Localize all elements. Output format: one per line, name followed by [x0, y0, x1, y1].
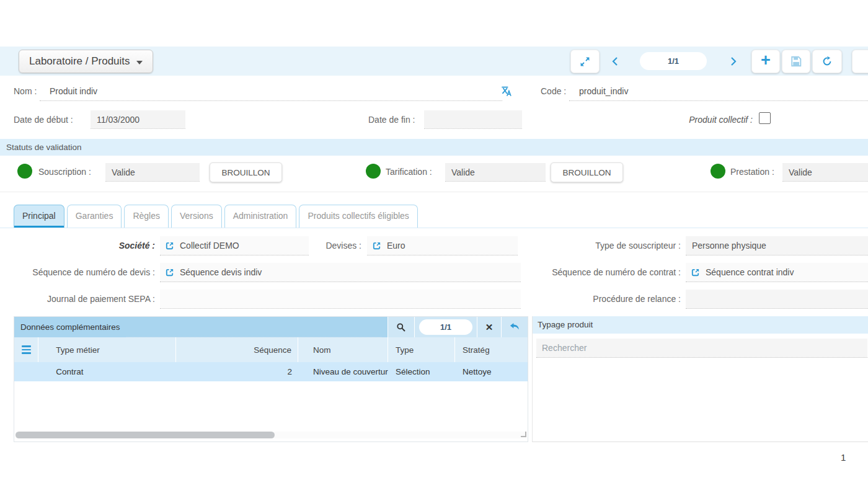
expand-button[interactable]	[570, 50, 600, 73]
save-button[interactable]	[782, 50, 810, 73]
cell-strategie: Nettoye	[455, 362, 528, 381]
col-sequence[interactable]: Séquence	[176, 337, 298, 362]
form-row-2: Séquence de numéro de devis : Séquence d…	[0, 260, 868, 285]
form-row-1: Société : Collectif DEMO Devises : Euro …	[0, 234, 868, 259]
horizontal-scrollbar[interactable]	[16, 432, 526, 438]
close-icon: ✕	[485, 322, 494, 333]
prestation-status-input[interactable]	[782, 163, 868, 182]
col-type-metier[interactable]: Type métier	[38, 337, 176, 362]
seq-contrat-label: Séquence de numéro de contrat :	[533, 260, 681, 284]
societe-value: Collectif DEMO	[180, 241, 239, 251]
tab-versions[interactable]: Versions	[171, 205, 222, 228]
row-handle	[14, 362, 38, 381]
tab-garanties[interactable]: Garanties	[67, 205, 122, 228]
status-dot-prestation	[711, 164, 725, 179]
col-nom[interactable]: Nom	[298, 337, 388, 362]
tarification-brouillon-button[interactable]: BROUILLON	[551, 162, 623, 182]
souscription-brouillon-button[interactable]: BROUILLON	[210, 162, 282, 182]
tab-principal[interactable]: Principal	[14, 205, 64, 228]
donnees-filter-underline	[126, 317, 381, 337]
plus-icon: +	[761, 52, 771, 69]
status-dot-souscription	[17, 164, 32, 179]
toolbar: Laboratoire / Produits 1/1 +	[0, 47, 868, 76]
code-input[interactable]	[569, 82, 868, 101]
devises-field[interactable]: Euro	[367, 236, 518, 255]
date-debut-label: Date de début :	[14, 107, 73, 133]
hamburger-icon	[22, 345, 31, 354]
form-row-3: Journal de paiement SEPA : Procédure de …	[0, 287, 868, 312]
souscription-status-input[interactable]	[105, 163, 200, 182]
tab-produits-collectifs[interactable]: Produits collectifs éligibles	[299, 205, 417, 228]
societe-field[interactable]: Collectif DEMO	[160, 236, 309, 255]
search-icon	[396, 322, 406, 332]
refresh-button[interactable]	[812, 50, 842, 73]
refresh-icon	[822, 56, 833, 67]
tab-administration[interactable]: Administration	[224, 205, 297, 228]
donnees-pager-wrap: 1/1	[414, 317, 477, 337]
resize-grip-icon[interactable]	[521, 432, 526, 437]
typage-produit-panel: Typage produit	[532, 316, 868, 442]
seq-contrat-value: Séquence contrat indiv	[706, 267, 794, 277]
breadcrumb-label: Laboratoire / Produits	[29, 55, 130, 68]
souscription-label: Souscription :	[38, 158, 91, 185]
statuts-section-header: Statuts de validation	[0, 139, 868, 156]
produit-collectif-label: Produit collectif :	[645, 107, 753, 133]
typage-search-input[interactable]	[536, 339, 867, 358]
date-fin-input[interactable]	[424, 110, 522, 129]
seq-contrat-field[interactable]: Séquence contrat indiv	[686, 263, 868, 282]
tarification-label: Tarification :	[386, 158, 432, 185]
more-actions-button[interactable]	[852, 50, 868, 73]
type-souscripteur-field[interactable]: Personne physique	[686, 236, 868, 255]
clear-filter-button[interactable]: ✕	[477, 317, 501, 337]
section-divider	[0, 192, 868, 192]
tab-bar: Principal Garanties Règles Versions Admi…	[0, 205, 868, 228]
previous-record-button[interactable]	[604, 52, 626, 71]
seq-devis-label: Séquence de numéro de devis :	[0, 260, 155, 284]
save-icon	[790, 56, 802, 67]
nom-input[interactable]	[40, 82, 502, 101]
donnees-panel-title: Données complémentaires	[14, 317, 120, 337]
dates-row: Date de début : Date de fin : Produit co…	[0, 107, 868, 133]
devises-label: Devises :	[313, 234, 361, 257]
donnees-pager: 1/1	[419, 319, 472, 335]
grid-menu-button[interactable]	[14, 337, 38, 362]
external-link-icon	[372, 241, 381, 251]
col-type[interactable]: Type	[388, 337, 455, 362]
societe-label: Société :	[0, 234, 155, 257]
scrollbar-thumb[interactable]	[16, 432, 275, 438]
donnees-complementaires-panel: Données complémentaires 1/1 ✕	[14, 316, 528, 442]
record-pager: 1/1	[640, 52, 707, 70]
journal-sepa-field[interactable]	[160, 290, 521, 309]
cell-type-metier: Contrat	[38, 362, 176, 381]
code-label: Code :	[541, 79, 566, 103]
type-souscripteur-label: Type de souscripteur :	[533, 234, 681, 257]
seq-devis-value: Séquence devis indiv	[180, 267, 262, 277]
breadcrumb-menu-button[interactable]: Laboratoire / Produits	[19, 50, 153, 73]
typage-panel-title: Typage produit	[533, 316, 868, 334]
seq-devis-field[interactable]: Séquence devis indiv	[160, 263, 521, 282]
status-dot-tarification	[366, 164, 381, 179]
next-record-button[interactable]	[722, 52, 745, 71]
relance-label: Procédure de relance :	[533, 287, 681, 311]
prestation-label: Prestation :	[730, 158, 774, 185]
undo-icon	[509, 322, 521, 332]
produit-collectif-checkbox[interactable]	[759, 112, 771, 124]
external-link-icon	[691, 268, 700, 277]
expand-icon	[580, 56, 590, 67]
tab-regles[interactable]: Règles	[124, 205, 169, 228]
tarification-status-input[interactable]	[445, 163, 546, 182]
search-button[interactable]	[388, 317, 414, 337]
relance-field[interactable]	[686, 290, 868, 309]
date-debut-input[interactable]	[91, 110, 185, 129]
undo-button[interactable]	[501, 317, 528, 337]
col-strategie[interactable]: Stratég	[455, 337, 528, 362]
donnees-column-header: Type métier Séquence Nom Type Stratég	[14, 337, 528, 362]
statuts-row: Souscription : BROUILLON Tarification : …	[0, 158, 868, 188]
create-record-button[interactable]: +	[751, 50, 780, 73]
table-row[interactable]: Contrat 2 Niveau de couverture Sélection…	[14, 362, 528, 381]
journal-sepa-label: Journal de paiement SEPA :	[0, 287, 155, 311]
translate-icon[interactable]	[500, 85, 512, 97]
nom-label: Nom :	[14, 79, 37, 103]
chevron-right-icon	[729, 56, 738, 67]
donnees-panel-header: Données complémentaires 1/1 ✕	[14, 317, 528, 337]
